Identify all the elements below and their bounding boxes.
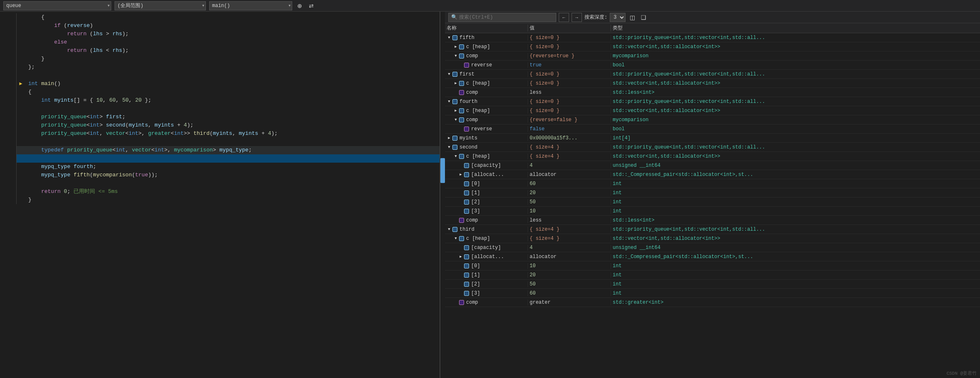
expand-icon[interactable]: ▼ [447,145,452,150]
line-arrow [17,22,25,30]
watch-row[interactable]: reversetruebool [445,61,980,70]
watch-row[interactable]: ▼comp{reverse=false }mycomparison [445,115,980,124]
watch-cell-name: ▼comp [445,117,528,123]
watch-row[interactable]: ▶c [heap]{ size=0 }std::vector<int,std::… [445,79,980,88]
var-type-icon [459,154,464,159]
watch-row[interactable]: ▼c [heap]{ size=4 }std::vector<int,std::… [445,234,980,243]
watch-cell-name: [2] [445,281,528,287]
search-box[interactable]: 🔍 [448,13,556,22]
nav-fwd-button[interactable]: → [572,13,582,22]
code-line: if (reverse) [0,22,440,30]
scroll-thumb [440,158,445,183]
watch-cell-name: [capacity] [445,245,528,251]
code-line: mypq_type fourth; [0,163,440,171]
watch-cell-value: 20 [528,190,611,196]
view-icon-1[interactable]: ◫ [628,13,637,22]
top-bar: queue (全局范围) main() ⊕ ⇄ [0,0,980,12]
watch-row[interactable]: [1]20int [445,271,980,280]
expand-icon[interactable]: ▼ [447,72,452,77]
func-selector-wrap[interactable]: main() [209,1,292,10]
expand-icon[interactable]: ▼ [453,154,458,159]
watch-cell-value: 50 [528,281,611,287]
expand-icon[interactable]: ▶ [447,136,452,141]
expand-icon[interactable]: ▶ [453,108,458,113]
line-content [25,154,440,163]
watch-row[interactable]: [3]60int [445,289,980,298]
var-name: [3] [471,208,480,214]
depth-selector[interactable]: 3 [610,13,626,22]
watch-row[interactable]: [2]50int [445,198,980,207]
watch-row[interactable]: ▼c [heap]{ size=4 }std::vector<int,std::… [445,152,980,161]
expand-icon[interactable]: ▼ [453,236,458,241]
watch-row[interactable]: ▼third{ size=4 }std::priority_queue<int,… [445,225,980,234]
code-line: }; [0,63,440,71]
watch-toolbar: 🔍 ← → 搜索深度: 3 ◫ ❑ [445,12,980,23]
queue-selector-wrap[interactable]: queue [3,1,111,10]
scope-selector-wrap[interactable]: (全局范围) [115,1,206,10]
watch-row[interactable]: [capacity]4unsigned __int64 [445,243,980,252]
watch-row[interactable]: [3]10int [445,207,980,216]
watch-cell-value: 10 [528,263,611,269]
watch-row[interactable]: [capacity]4unsigned __int64 [445,161,980,170]
expand-icon[interactable]: ▼ [447,35,452,40]
watch-cell-value: { size=0 } [528,35,611,41]
var-type-icon [452,227,457,232]
watch-row[interactable]: ▶myints0x000000a15f3...int[4] [445,134,980,143]
var-type-icon [459,236,464,241]
expand-icon[interactable]: ▶ [453,81,458,86]
expand-icon[interactable]: ▶ [453,44,458,49]
watch-cell-name: comp [445,300,528,305]
watch-row[interactable]: [2]50int [445,280,980,289]
scope-selector[interactable]: (全局范围) [115,1,206,10]
swap-button[interactable]: ⇄ [307,2,315,10]
watch-row[interactable]: ▼first{ size=0 }std::priority_queue<int,… [445,70,980,79]
nav-back-button[interactable]: ← [559,13,569,22]
watch-row[interactable]: ▼fifth{ size=0 }std::priority_queue<int,… [445,33,980,42]
watch-cell-name: ▶[allocat... [445,254,528,260]
expand-icon[interactable]: ▶ [458,172,463,177]
line-content: mypq_type fifth(mycomparison(true)); [25,171,440,179]
var-type-icon [464,127,469,132]
watch-row[interactable]: complessstd::less<int> [445,88,980,97]
watch-row[interactable]: reversefalsebool [445,124,980,134]
watch-row[interactable]: [0]10int [445,261,980,271]
watch-cell-value: 0x000000a15f3... [528,135,611,141]
expand-icon[interactable]: ▼ [453,54,458,59]
view-icon-2[interactable]: ❑ [639,13,648,22]
watch-row[interactable]: ▶[allocat...allocatorstd::_Compressed_pa… [445,170,980,179]
queue-selector[interactable]: queue [3,1,111,10]
watch-row[interactable]: ▶c [heap]{ size=0 }std::vector<int,std::… [445,106,980,115]
watch-cell-value: 60 [528,181,611,187]
watch-cell-type: int [611,199,980,205]
scroll-indicator[interactable] [440,12,445,378]
watch-row[interactable]: ▼comp{reverse=true }mycomparison [445,51,980,61]
search-input[interactable] [459,15,553,20]
watch-cell-type: std::priority_queue<int,std::vector<int,… [611,144,980,150]
watch-row[interactable]: ▼fourth{ size=0 }std::priority_queue<int… [445,97,980,106]
watch-row[interactable]: complessstd::less<int> [445,216,980,225]
watch-cell-name: ▼comp [445,53,528,59]
watch-row[interactable]: [0]60int [445,179,980,188]
watch-row[interactable]: [1]20int [445,188,980,198]
watch-row[interactable]: ▶[allocat...allocatorstd::_Compressed_pa… [445,252,980,261]
watch-cell-name: [0] [445,181,528,187]
var-type-icon [459,218,464,223]
var-name: fifth [459,35,474,41]
var-type-icon [452,136,457,141]
watch-row[interactable]: compgreaterstd::greater<int> [445,298,980,307]
watch-row[interactable]: ▶c [heap]{ size=0 }std::vector<int,std::… [445,42,980,51]
pin-button[interactable]: ⊕ [296,2,304,10]
expand-icon[interactable]: ▼ [447,227,452,232]
expand-icon[interactable]: ▶ [458,254,463,259]
line-number [0,63,17,71]
code-line [0,105,440,113]
func-selector[interactable]: main() [209,1,292,10]
line-arrow [17,171,25,179]
expand-icon[interactable]: ▼ [447,99,452,104]
watch-cell-value: 10 [528,208,611,214]
watch-cell-value: allocator [528,172,611,178]
line-arrow: ▶ [17,80,25,88]
watch-row[interactable]: ▼second{ size=4 }std::priority_queue<int… [445,143,980,152]
expand-icon[interactable]: ▼ [453,117,458,122]
watch-cell-type: bool [611,126,980,132]
